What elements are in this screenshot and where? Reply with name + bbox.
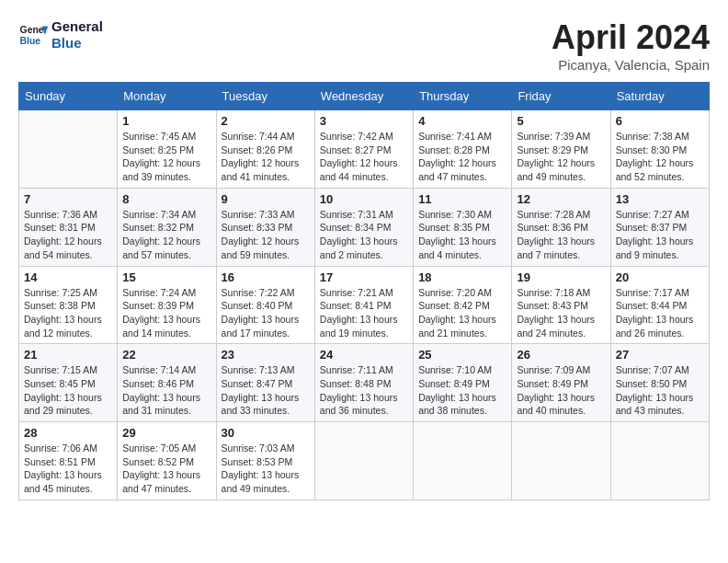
day-detail: Sunrise: 7:06 AM Sunset: 8:51 PM Dayligh…	[24, 442, 112, 496]
day-number: 24	[320, 348, 408, 362]
calendar-cell: 21Sunrise: 7:15 AM Sunset: 8:45 PM Dayli…	[19, 344, 118, 422]
day-detail: Sunrise: 7:07 AM Sunset: 8:50 PM Dayligh…	[616, 363, 704, 418]
day-number: 23	[222, 348, 310, 362]
day-detail: Sunrise: 7:17 AM Sunset: 8:44 PM Dayligh…	[616, 286, 704, 340]
calendar-cell: 10Sunrise: 7:31 AM Sunset: 8:34 PM Dayli…	[314, 188, 413, 266]
day-detail: Sunrise: 7:44 AM Sunset: 8:26 PM Dayligh…	[222, 130, 310, 184]
day-detail: Sunrise: 7:36 AM Sunset: 8:31 PM Dayligh…	[24, 208, 112, 262]
day-number: 28	[24, 426, 112, 440]
header-wednesday: Wednesday	[314, 83, 413, 110]
calendar-cell: 3Sunrise: 7:42 AM Sunset: 8:27 PM Daylig…	[314, 110, 413, 189]
calendar-table: SundayMondayTuesdayWednesdayThursdayFrid…	[18, 82, 710, 500]
day-detail: Sunrise: 7:20 AM Sunset: 8:42 PM Dayligh…	[418, 286, 506, 340]
calendar-week-row: 1Sunrise: 7:45 AM Sunset: 8:25 PM Daylig…	[19, 110, 710, 189]
calendar-cell: 28Sunrise: 7:06 AM Sunset: 8:51 PM Dayli…	[19, 422, 118, 500]
calendar-cell: 15Sunrise: 7:24 AM Sunset: 8:39 PM Dayli…	[118, 266, 216, 344]
day-detail: Sunrise: 7:18 AM Sunset: 8:43 PM Dayligh…	[517, 286, 605, 340]
calendar-cell	[512, 422, 610, 500]
calendar-cell: 22Sunrise: 7:14 AM Sunset: 8:46 PM Dayli…	[118, 344, 216, 422]
calendar-cell: 4Sunrise: 7:41 AM Sunset: 8:28 PM Daylig…	[414, 110, 512, 189]
calendar-cell: 14Sunrise: 7:25 AM Sunset: 8:38 PM Dayli…	[19, 266, 118, 344]
header-saturday: Saturday	[610, 83, 709, 110]
day-detail: Sunrise: 7:05 AM Sunset: 8:52 PM Dayligh…	[122, 442, 210, 496]
calendar-cell	[414, 422, 512, 500]
calendar-cell: 25Sunrise: 7:10 AM Sunset: 8:49 PM Dayli…	[414, 344, 512, 422]
day-number: 3	[320, 114, 408, 128]
day-detail: Sunrise: 7:10 AM Sunset: 8:49 PM Dayligh…	[418, 363, 506, 418]
page-header: General Blue General Blue April 2024 Pic…	[18, 18, 710, 73]
logo-blue: Blue	[51, 35, 103, 52]
day-number: 12	[517, 192, 605, 206]
calendar-cell	[314, 422, 413, 500]
day-number: 17	[320, 270, 408, 284]
calendar-cell	[610, 422, 709, 500]
day-number: 2	[222, 114, 310, 128]
day-number: 1	[122, 114, 210, 128]
day-detail: Sunrise: 7:31 AM Sunset: 8:34 PM Dayligh…	[320, 208, 408, 262]
day-number: 18	[418, 270, 506, 284]
logo-general: General	[51, 18, 103, 35]
day-number: 6	[616, 114, 704, 128]
header-sunday: Sunday	[19, 83, 118, 110]
calendar-cell: 24Sunrise: 7:11 AM Sunset: 8:48 PM Dayli…	[314, 344, 413, 422]
day-number: 20	[616, 270, 704, 284]
day-detail: Sunrise: 7:34 AM Sunset: 8:32 PM Dayligh…	[122, 208, 210, 262]
day-number: 22	[122, 348, 210, 362]
day-detail: Sunrise: 7:03 AM Sunset: 8:53 PM Dayligh…	[222, 442, 310, 496]
calendar-cell	[19, 110, 118, 189]
day-detail: Sunrise: 7:39 AM Sunset: 8:29 PM Dayligh…	[517, 130, 605, 184]
day-number: 16	[222, 270, 310, 284]
location-title: Picanya, Valencia, Spain	[552, 57, 710, 73]
day-detail: Sunrise: 7:22 AM Sunset: 8:40 PM Dayligh…	[222, 286, 310, 340]
calendar-cell: 6Sunrise: 7:38 AM Sunset: 8:30 PM Daylig…	[610, 110, 709, 189]
day-number: 19	[517, 270, 605, 284]
day-number: 11	[418, 192, 506, 206]
day-detail: Sunrise: 7:09 AM Sunset: 8:49 PM Dayligh…	[517, 363, 605, 418]
day-number: 15	[122, 270, 210, 284]
day-detail: Sunrise: 7:21 AM Sunset: 8:41 PM Dayligh…	[320, 286, 408, 340]
calendar-cell: 16Sunrise: 7:22 AM Sunset: 8:40 PM Dayli…	[216, 266, 314, 344]
day-number: 27	[616, 348, 704, 362]
day-detail: Sunrise: 7:30 AM Sunset: 8:35 PM Dayligh…	[418, 208, 506, 262]
calendar-cell: 8Sunrise: 7:34 AM Sunset: 8:32 PM Daylig…	[118, 188, 216, 266]
day-detail: Sunrise: 7:28 AM Sunset: 8:36 PM Dayligh…	[517, 208, 605, 262]
day-detail: Sunrise: 7:11 AM Sunset: 8:48 PM Dayligh…	[320, 363, 408, 418]
day-number: 7	[24, 192, 112, 206]
day-detail: Sunrise: 7:45 AM Sunset: 8:25 PM Dayligh…	[122, 130, 210, 184]
day-detail: Sunrise: 7:13 AM Sunset: 8:47 PM Dayligh…	[222, 363, 310, 418]
day-number: 8	[122, 192, 210, 206]
day-detail: Sunrise: 7:24 AM Sunset: 8:39 PM Dayligh…	[122, 286, 210, 340]
day-detail: Sunrise: 7:33 AM Sunset: 8:33 PM Dayligh…	[222, 208, 310, 262]
logo-icon: General Blue	[18, 20, 48, 50]
calendar-cell: 2Sunrise: 7:44 AM Sunset: 8:26 PM Daylig…	[216, 110, 314, 189]
calendar-cell: 11Sunrise: 7:30 AM Sunset: 8:35 PM Dayli…	[414, 188, 512, 266]
calendar-cell: 12Sunrise: 7:28 AM Sunset: 8:36 PM Dayli…	[512, 188, 610, 266]
calendar-week-row: 14Sunrise: 7:25 AM Sunset: 8:38 PM Dayli…	[19, 266, 710, 344]
calendar-week-row: 21Sunrise: 7:15 AM Sunset: 8:45 PM Dayli…	[19, 344, 710, 422]
month-title: April 2024	[552, 18, 710, 57]
day-number: 29	[122, 426, 210, 440]
header-friday: Friday	[512, 83, 610, 110]
svg-text:Blue: Blue	[20, 36, 41, 46]
calendar-cell: 20Sunrise: 7:17 AM Sunset: 8:44 PM Dayli…	[610, 266, 709, 344]
header-tuesday: Tuesday	[216, 83, 314, 110]
calendar-cell: 1Sunrise: 7:45 AM Sunset: 8:25 PM Daylig…	[118, 110, 216, 189]
day-number: 4	[418, 114, 506, 128]
day-detail: Sunrise: 7:25 AM Sunset: 8:38 PM Dayligh…	[24, 286, 112, 340]
day-number: 30	[222, 426, 310, 440]
day-detail: Sunrise: 7:38 AM Sunset: 8:30 PM Dayligh…	[616, 130, 704, 184]
day-number: 26	[517, 348, 605, 362]
day-number: 21	[24, 348, 112, 362]
header-thursday: Thursday	[414, 83, 512, 110]
day-detail: Sunrise: 7:27 AM Sunset: 8:37 PM Dayligh…	[616, 208, 704, 262]
logo: General Blue General Blue	[18, 18, 103, 52]
calendar-cell: 26Sunrise: 7:09 AM Sunset: 8:49 PM Dayli…	[512, 344, 610, 422]
calendar-week-row: 28Sunrise: 7:06 AM Sunset: 8:51 PM Dayli…	[19, 422, 710, 500]
calendar-cell: 13Sunrise: 7:27 AM Sunset: 8:37 PM Dayli…	[610, 188, 709, 266]
day-number: 13	[616, 192, 704, 206]
calendar-cell: 9Sunrise: 7:33 AM Sunset: 8:33 PM Daylig…	[216, 188, 314, 266]
calendar-cell: 19Sunrise: 7:18 AM Sunset: 8:43 PM Dayli…	[512, 266, 610, 344]
calendar-cell: 23Sunrise: 7:13 AM Sunset: 8:47 PM Dayli…	[216, 344, 314, 422]
day-detail: Sunrise: 7:14 AM Sunset: 8:46 PM Dayligh…	[122, 363, 210, 418]
day-number: 9	[222, 192, 310, 206]
